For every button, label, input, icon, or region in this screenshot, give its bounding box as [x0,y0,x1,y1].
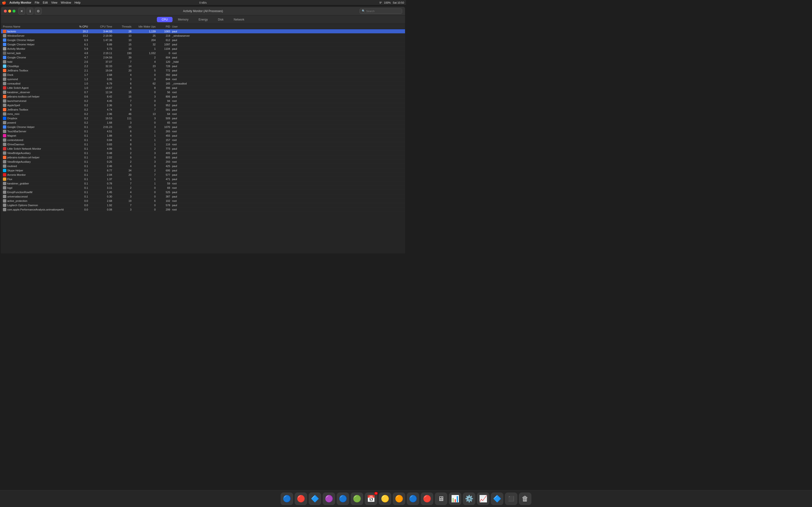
cpu-time-cell: 12.34 [89,91,113,94]
process-table[interactable]: factorio 20.2 3:44.93 28 1,139 1083 paul… [1,29,405,253]
tab-network[interactable]: Network [229,17,249,22]
table-row[interactable]: launchservicesd 0.2 4.45 7 0 94 root [1,99,405,103]
threads-cell: 3 [113,104,133,107]
table-row[interactable]: Little Snitch Network Monitor 0.1 4.99 5… [1,147,405,151]
table-row[interactable]: Google Chrome Helper 0.1 2:01.23 15 3 10… [1,125,405,129]
table-row[interactable]: mms_mini 0.2 2.96 46 13 64 root [1,112,405,116]
table-row[interactable]: Activity Monitor 5.9 5.73 10 1 1104 paul [1,47,405,51]
apple-menu[interactable]: 🍎 [2,1,6,5]
table-row[interactable]: factorio 20.2 3:44.93 28 1,139 1083 paul [1,29,405,34]
tab-energy[interactable]: Energy [194,17,213,22]
table-row[interactable]: JetBrains Toolbox 2.1 19.04 20 5 772 pau… [1,68,405,73]
app-icon-38 [3,195,6,198]
table-row[interactable]: universalaccessd 0.1 0.30 3 0 387 paul [1,194,405,199]
idle-wake-cell: 7 [133,173,157,176]
app-name[interactable]: Activity Monitor [9,1,32,4]
table-row[interactable]: CloudApp 2.2 32.33 14 23 728 paul [1,64,405,68]
col-process-name[interactable]: Process Name [2,25,69,28]
table-row[interactable]: Dropbox 0.2 19.53 111 3 509 paul [1,116,405,120]
quit-process-button[interactable]: ✕ [18,8,25,14]
menu-help[interactable]: Help [74,1,81,4]
menu-window[interactable]: Window [61,1,71,4]
table-row[interactable]: Google Chrome Helper 6.1 8.89 15 32 1097… [1,42,405,47]
inspect-button[interactable]: ℹ [27,8,33,14]
gear-button[interactable]: ⚙ [35,8,42,14]
idle-wake-cell: 0 [133,191,157,193]
table-row[interactable]: logd 0.1 3.11 2 0 69 root [1,186,405,190]
table-row[interactable]: powerd 0.2 1.68 3 0 65 root [1,120,405,125]
col-idle-wake[interactable]: Idle Wake Ups [133,25,157,28]
minimize-button[interactable] [8,10,11,12]
table-row[interactable]: kernel_task 4.8 2:19.11 190 1,032 0 root [1,51,405,55]
search-input[interactable] [366,10,400,12]
threads-cell: 190 [113,52,133,55]
col-user[interactable]: User [171,25,404,28]
user-cell: root [171,186,404,189]
threads-cell: 6 [113,82,133,85]
app-icon-36 [3,186,6,189]
table-row[interactable]: Acronis Monitor 0.1 2.04 20 7 577 paul [1,173,405,177]
cpu-time-cell: 0.95 [89,78,113,80]
cpu-time-cell: 8.42 [89,95,113,98]
cpu-pct-cell: 1.0 [69,87,89,89]
col-cpu-pct[interactable]: % CPU [69,25,89,28]
table-row[interactable]: WindowServer 10.2 2:19.90 10 25 219 _win… [1,34,405,38]
cpu-pct-cell: 0.1 [69,191,89,193]
idle-wake-cell: 1,139 [133,30,157,33]
tab-cpu[interactable]: CPU [157,17,172,22]
close-button[interactable] [4,10,7,12]
table-row[interactable]: sysmond 1.2 0.95 3 0 844 root [1,77,405,81]
app-icon-39 [3,199,6,203]
table-row[interactable]: AppleSpell 0.2 2.36 3 0 952 paul [1,103,405,107]
table-row[interactable]: jetbrains-toolbox-cef-helper 0.1 2.02 9 … [1,155,405,160]
titlebar: ✕ ℹ ⚙ Activity Monitor (All Processes) 🔍 [1,7,405,15]
table-row[interactable]: hidd 2.6 37.07 7 4 120 _hidd [1,60,405,64]
cpu-pct-cell: 0.1 [69,173,89,176]
table-row[interactable]: karabiner_observer 0.7 12.34 15 0 56 roo… [1,90,405,95]
col-cpu-time[interactable]: CPU Time [89,25,113,28]
process-name-cell: powerd [2,121,69,124]
tab-memory[interactable]: Memory [173,17,193,22]
app-icon-31 [3,164,6,168]
tab-disk[interactable]: Disk [213,17,229,22]
table-row[interactable]: Magnet 0.1 1.88 4 1 455 paul [1,133,405,138]
cpu-pct-cell: 0.1 [69,152,89,155]
col-threads[interactable]: Threads [113,25,133,28]
menu-file[interactable]: File [35,1,39,4]
col-pid[interactable]: PID [157,25,171,28]
table-row[interactable]: Flux 0.1 1.37 5 1 471 paul [1,177,405,181]
table-row[interactable]: Dock 1.7 2.68 4 0 392 paul [1,73,405,77]
cpu-time-cell: 0.08 [89,208,113,211]
app-icon-37 [3,190,6,194]
pid-cell: 219 [157,34,171,37]
table-row[interactable]: Skype Helper 0.1 8.77 34 2 695 paul [1,168,405,173]
search-bar[interactable]: 🔍 [360,8,402,14]
menu-edit[interactable]: Edit [43,1,48,4]
table-row[interactable]: routined 0.1 2.46 4 0 425 paul [1,164,405,168]
idle-wake-cell: 2 [133,147,157,150]
table-row[interactable]: com.apple.PerformanceAnalysis.animationp… [1,207,405,212]
maximize-button[interactable] [12,10,15,12]
app-icon-10 [3,73,6,76]
table-row[interactable]: coreaudiod 1.0 6.79 6 62 165 _coreaudiod [1,81,405,86]
cpu-time-cell: 1.37 [89,178,113,181]
table-row[interactable]: ViewBridgeAuxiliary 0.1 0.48 2 3 405 pau… [1,151,405,155]
table-row[interactable]: Google Chrome 4.7 2:04.56 39 2 604 paul [1,55,405,60]
table-row[interactable]: EmojiFunctionRowIM 0.1 1.45 4 0 525 paul [1,190,405,194]
process-name-cell: kernel_task [2,51,69,55]
menu-view[interactable]: View [51,1,57,4]
pid-cell: 952 [157,104,171,107]
table-row[interactable]: karabiner_grabber 0.1 0.78 7 1 59 root [1,181,405,186]
table-row[interactable]: TouchBarServer 0.1 4.51 6 1 265 root [1,129,405,133]
table-row[interactable]: JetBrains Toolbox 0.2 4.74 8 7 581 paul [1,107,405,112]
table-row[interactable]: jetbrains-toolbox-cef-helper 0.6 8.42 16… [1,95,405,99]
table-row[interactable]: ViewBridgeAuxiliary 0.1 0.25 2 3 293 roo… [1,160,405,164]
pid-cell: 387 [157,195,171,198]
table-row[interactable]: active_protection 0.0 2.68 19 6 102 root [1,199,405,203]
table-row[interactable]: Google Chrome Helper 6.9 1:47.36 10 204 … [1,38,405,42]
table-row[interactable]: contextstored 0.1 0.84 4 1 157 root [1,138,405,142]
table-row[interactable]: IDriveDaemon 0.1 0.83 8 1 116 root [1,142,405,147]
table-row[interactable]: Little Snitch Agent 1.0 14.67 4 8 396 pa… [1,86,405,90]
table-row[interactable]: Logitech Options Daemon 0.0 1.92 7 0 578… [1,203,405,207]
cpu-pct-cell: 0.1 [69,160,89,163]
